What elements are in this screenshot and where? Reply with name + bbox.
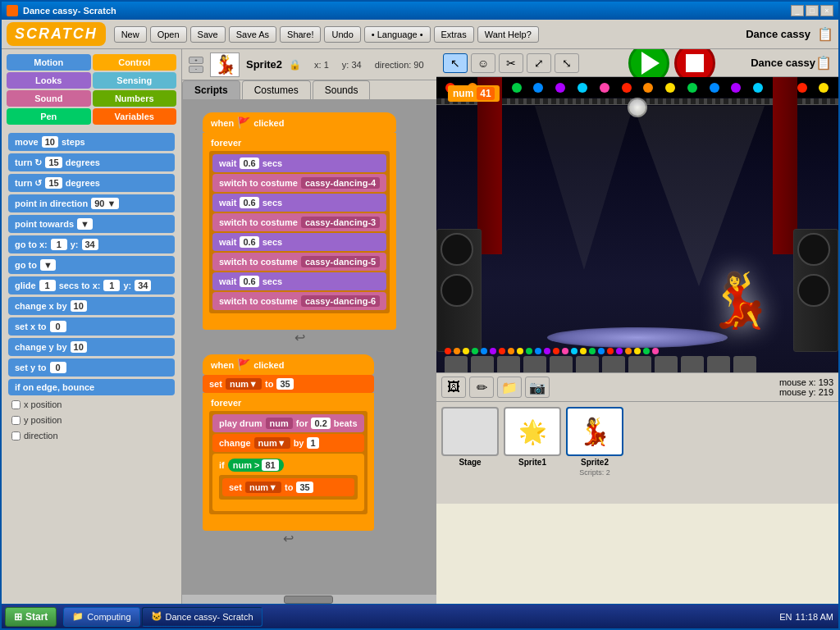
point-towards-block[interactable]: point towards ▼ <box>8 215 175 233</box>
cat-variables-btn[interactable]: Variables <box>93 108 177 125</box>
extras-button[interactable]: Extras <box>434 26 474 43</box>
set-y-block[interactable]: set y to 0 <box>8 358 175 377</box>
change-y-block[interactable]: change y by 10 <box>8 338 175 356</box>
share-button[interactable]: Share! <box>280 26 321 43</box>
turn-ccw-block[interactable]: turn ↺ 15 degrees <box>8 174 175 192</box>
stage-item[interactable]: Stage <box>441 407 499 499</box>
sprite-zoom-in[interactable]: + <box>189 57 203 64</box>
maximize-btn[interactable]: □ <box>806 5 819 16</box>
scripts-tab[interactable]: Scripts <box>182 80 240 99</box>
sprite-list: Stage 🌟 Sprite1 💃 Sprite2 <box>436 402 838 504</box>
when-clicked-hat-2[interactable]: when 🚩 clicked <box>203 354 374 375</box>
cat-motion-btn[interactable]: Motion <box>7 54 91 71</box>
cat-pen-btn[interactable]: Pen <box>7 108 91 125</box>
play-drum-block[interactable]: play drum num for 0.2 beats <box>212 414 364 432</box>
light-15 <box>753 83 763 93</box>
import-btn[interactable]: 📁 <box>497 377 522 398</box>
y-position-label: y position <box>24 415 62 425</box>
if-val: 81 <box>262 459 278 471</box>
costume-block-3[interactable]: switch to costume cassy-dancing-5 <box>212 253 386 271</box>
drum-beats-val: 0.2 <box>311 418 330 429</box>
costume-block-1[interactable]: switch to costume cassy-dancing-4 <box>212 174 386 192</box>
sprite2-item[interactable]: 💃 Sprite2 Scripts: 2 <box>566 407 623 499</box>
paint-btn[interactable]: ✏ <box>469 377 494 398</box>
scratch-taskbar-icon: 🐱 <box>151 611 162 622</box>
cut-tool-btn[interactable]: ✂ <box>499 53 523 73</box>
minimize-btn[interactable]: _ <box>791 5 804 16</box>
set-num-val: 35 <box>276 378 293 390</box>
move-block[interactable]: move 10 steps <box>8 133 175 151</box>
edge-bounce-block[interactable]: if on edge, bounce <box>8 379 175 395</box>
sprite-direction: direction: 90 <box>375 60 424 70</box>
forever-block-1[interactable]: forever wait 0.6 secs switch to costume … <box>203 133 396 330</box>
costume-block-4[interactable]: switch to costume cassy-dancing-6 <box>212 292 386 310</box>
wait-val-2: 0.6 <box>240 197 258 208</box>
direction-checkbox[interactable]: direction <box>8 429 175 442</box>
cat-sensing-btn[interactable]: Sensing <box>93 72 177 89</box>
open-button[interactable]: Open <box>150 26 187 43</box>
new-button[interactable]: New <box>114 26 147 43</box>
goto-xy-block[interactable]: go to x: 1 y: 34 <box>8 235 175 253</box>
sprite-header: + - 💃 Sprite2 🔒 x: 1 y: 34 direction: 90 <box>182 49 436 80</box>
cat-control-btn[interactable]: Control <box>93 54 177 71</box>
stage-platform <box>547 327 728 348</box>
wait-block-2[interactable]: wait 0.6 secs <box>212 194 386 212</box>
wait-block-1[interactable]: wait 0.6 secs <box>212 154 386 172</box>
start-button[interactable]: ⊞ Start <box>5 607 57 627</box>
grow-tool-btn[interactable]: ⤢ <box>527 53 551 73</box>
select-tool-btn[interactable]: ↖ <box>443 53 468 73</box>
cat-numbers-btn[interactable]: Numbers <box>93 90 177 107</box>
sprite1-item[interactable]: 🌟 Sprite1 <box>504 407 561 499</box>
sprite-panel-toolbar: 🖼 ✏ 📁 📷 mouse x: 193 mouse y: 219 <box>436 373 838 402</box>
locale-label: EN <box>779 612 792 622</box>
language-button[interactable]: • Language • <box>364 26 431 43</box>
undo-button[interactable]: Undo <box>324 26 360 43</box>
scrollbar-thumb[interactable] <box>284 596 333 604</box>
cat-sound-btn[interactable]: Sound <box>7 90 91 107</box>
when-clicked-hat[interactable]: when 🚩 clicked <box>203 112 396 133</box>
point-direction-block[interactable]: point in direction 90 ▼ <box>8 194 175 212</box>
ball-20 <box>616 348 623 354</box>
stage-scene: 💃 <box>436 77 838 372</box>
costume-block-2[interactable]: switch to costume cassy-dancing-3 <box>212 213 386 231</box>
reset-num-block[interactable]: set num▼ to 35 <box>222 478 354 496</box>
cat-looks-btn[interactable]: Looks <box>7 72 91 89</box>
change-num-block[interactable]: change num▼ by 1 <box>212 434 364 452</box>
close-btn[interactable]: × <box>820 5 833 16</box>
camera-btn[interactable]: 📷 <box>525 377 550 398</box>
save-button[interactable]: Save <box>190 26 226 43</box>
seat-2 <box>471 356 494 372</box>
sprite1-thumbnail: 🌟 <box>504 407 561 456</box>
stage-header: ↖ ☺ ✂ ⤢ ⤡ Dance cassy <box>436 49 838 77</box>
left-panel: Motion Control Looks Sensing Sound Numbe… <box>2 49 182 604</box>
x-position-checkbox[interactable]: x position <box>8 398 175 411</box>
sounds-tab[interactable]: Sounds <box>313 80 371 99</box>
wait-block-3[interactable]: wait 0.6 secs <box>212 233 386 251</box>
set-x-block[interactable]: set x to 0 <box>8 317 175 336</box>
sprite-zoom-out[interactable]: - <box>189 66 203 73</box>
green-flag-icon-2: 🚩 <box>237 358 250 371</box>
set-num-block[interactable]: set num▼ to 35 <box>203 375 374 393</box>
duplicate-tool-btn[interactable]: ☺ <box>471 53 495 73</box>
ball-19 <box>607 348 614 354</box>
shrink-tool-btn[interactable]: ⤡ <box>555 53 579 73</box>
costumes-tab[interactable]: Costumes <box>242 80 311 99</box>
light-10 <box>643 83 653 93</box>
if-block[interactable]: if num > 81 set <box>212 454 364 511</box>
wait-block-4[interactable]: wait 0.6 secs <box>212 272 386 290</box>
help-button[interactable]: Want Help? <box>477 26 539 43</box>
main-content: Motion Control Looks Sensing Sound Numbe… <box>2 49 838 604</box>
go-icon <box>641 52 660 75</box>
horizontal-scrollbar[interactable] <box>182 594 436 604</box>
taskbar-computing[interactable]: 📁 Computing <box>63 607 139 627</box>
goto-block[interactable]: go to ▼ <box>8 256 175 274</box>
change-x-block[interactable]: change x by 10 <box>8 297 175 315</box>
y-position-checkbox[interactable]: y position <box>8 413 175 427</box>
forever-block-2[interactable]: forever play drum num for 0.2 beats <box>203 393 374 531</box>
glide-block[interactable]: glide 1 secs to x: 1 y: 34 <box>8 276 175 294</box>
scratch-taskbar-label: Dance cassy- Scratch <box>166 612 253 622</box>
save-as-button[interactable]: Save As <box>229 26 276 43</box>
turn-cw-block[interactable]: turn ↻ 15 degrees <box>8 153 175 171</box>
new-backdrop-btn[interactable]: 🖼 <box>441 377 466 398</box>
taskbar-scratch[interactable]: 🐱 Dance cassy- Scratch <box>142 607 262 627</box>
